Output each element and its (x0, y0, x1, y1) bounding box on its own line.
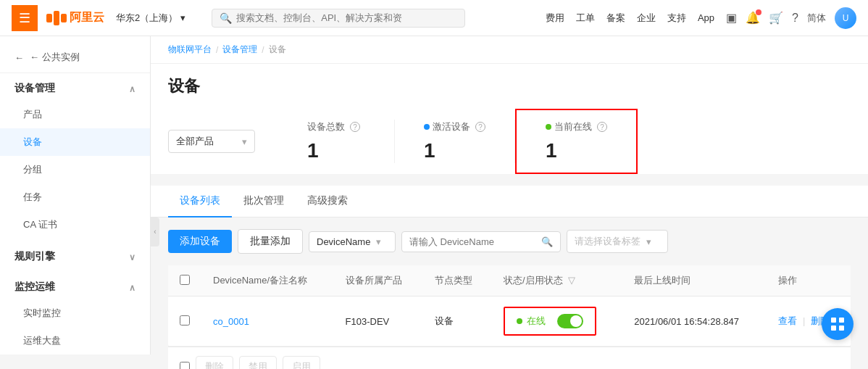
nav-beian[interactable]: 备案 (606, 12, 625, 25)
status-green-dot (517, 318, 522, 324)
bell-icon[interactable]: 🔔 (746, 11, 760, 25)
sidebar-item-product[interactable]: 产品 (0, 101, 150, 128)
enable-toggle[interactable] (557, 314, 583, 328)
stat-active-value: 1 (424, 139, 435, 162)
tab-batch-mgmt[interactable]: 批次管理 (232, 186, 296, 217)
nav-workorder[interactable]: 工单 (576, 12, 595, 25)
nav-enterprise[interactable]: 企业 (637, 12, 656, 25)
online-status: 在线 (517, 315, 546, 328)
product-filter[interactable]: 全部产品 ▾ (168, 130, 255, 153)
rule-engine-label: 规则引擎 (14, 250, 55, 263)
device-search-input[interactable] (409, 236, 535, 247)
region-selector[interactable]: 华东2（上海） ▾ (116, 12, 185, 25)
svg-rect-3 (831, 318, 836, 323)
monitor-ops-arrow (129, 281, 135, 293)
stat-online-help[interactable]: ? (597, 122, 607, 132)
batch-add-label: 批量添加 (250, 235, 291, 246)
header: ☰ 阿里云 华东2（上海） ▾ 🔍 费用 工单 备案 企业 支持 App ▣ 🔔… (0, 0, 868, 36)
stat-total-help[interactable]: ? (350, 122, 360, 132)
nav-fees[interactable]: 费用 (546, 12, 564, 25)
sidebar-group-device-mgmt[interactable]: 设备管理 (0, 73, 150, 101)
col-product: 设备所属产品 (334, 265, 424, 297)
sidebar-item-label: 运维大盘 (23, 334, 61, 347)
main-content: 物联网平台 / 设备管理 / 设备 设备 全部产品 ▾ 设备总 (151, 36, 868, 369)
batch-delete-button[interactable]: 删除 (196, 356, 233, 369)
device-table: DeviceName/备注名称 设备所属产品 节点类型 状态/启用状态 ▽ (168, 265, 851, 347)
col-device-name: DeviceName/备注名称 (201, 265, 334, 297)
col-last-online: 最后上线时间 (622, 265, 767, 297)
select-all-checkbox[interactable] (180, 275, 190, 285)
view-action-link[interactable]: 查看 (778, 315, 797, 326)
tab-device-list[interactable]: 设备列表 (168, 186, 232, 217)
avatar[interactable]: U (835, 7, 856, 29)
stat-total-label: 设备总数 ? (307, 120, 360, 133)
content-area: 添加设备 批量添加 DeviceName ▾ 🔍 请选择设备标签 ▾ (151, 217, 868, 369)
lang-switch[interactable]: 简体 (807, 12, 826, 25)
batch-enable-button[interactable]: 启用 (283, 356, 320, 369)
batch-disable-button[interactable]: 禁用 (239, 356, 277, 369)
menu-button[interactable]: ☰ (12, 5, 38, 31)
question-icon[interactable]: ? (792, 12, 798, 25)
back-arrow-icon: ← (14, 52, 24, 63)
svg-rect-6 (839, 326, 844, 331)
sidebar-item-task[interactable]: 任务 (0, 183, 150, 211)
page-title: 设备 (168, 75, 851, 97)
monitor-ops-label: 监控运维 (14, 281, 55, 294)
sidebar-wrapper: ← ← 公共实例 设备管理 产品 设备 分组 任务 CA 证书 (0, 36, 151, 369)
logo-text: 阿里云 (70, 10, 104, 25)
sidebar-back-link[interactable]: ← ← 公共实例 (0, 42, 150, 73)
action-separator: | (803, 315, 805, 326)
tabs-bar: 设备列表 批次管理 高级搜索 (151, 186, 868, 217)
region-label: 华东2（上海） (116, 12, 178, 25)
cart-icon[interactable]: 🛒 (769, 11, 783, 25)
sidebar-item-label: CA 证书 (23, 218, 57, 231)
stat-online-value: 1 (546, 139, 557, 162)
breadcrumb-iot-platform[interactable]: 物联网平台 (168, 43, 212, 56)
stat-active-devices: 激活设备 ? 1 (395, 109, 514, 174)
sidebar-item-ca-cert[interactable]: CA 证书 (0, 211, 150, 239)
sidebar-item-group[interactable]: 分组 (0, 156, 150, 183)
sidebar-group-monitor[interactable]: 监控运维 (0, 272, 150, 299)
search-magnifier-icon[interactable]: 🔍 (541, 236, 553, 247)
device-mgmt-label: 设备管理 (14, 82, 55, 95)
float-action-button[interactable] (822, 308, 854, 340)
status-highlighted-box: 在线 (504, 307, 596, 336)
sidebar-collapse-handle[interactable]: ‹ (151, 217, 159, 246)
row-status-cell: 在线 (492, 297, 622, 347)
sidebar-item-realtime-monitor[interactable]: 实时监控 (0, 299, 150, 327)
svg-rect-4 (839, 318, 844, 323)
search-input[interactable] (236, 12, 457, 23)
sidebar-item-ops-dashboard[interactable]: 运维大盘 (0, 327, 150, 355)
filter-arrow-icon: ▾ (242, 136, 247, 147)
breadcrumb-sep2: / (262, 45, 264, 55)
search-icon: 🔍 (220, 12, 232, 24)
monitor-icon[interactable]: ▣ (726, 11, 737, 25)
stat-active-label: 激活设备 ? (424, 120, 485, 133)
add-device-button[interactable]: 添加设备 (168, 230, 232, 253)
nav-support[interactable]: 支持 (667, 12, 686, 25)
nav-app[interactable]: App (698, 12, 714, 23)
breadcrumb: 物联网平台 / 设备管理 / 设备 (151, 36, 868, 64)
stat-total-devices: 设备总数 ? 1 (278, 109, 394, 174)
sidebar-item-device[interactable]: 设备 (0, 128, 150, 156)
global-search[interactable]: 🔍 (212, 9, 465, 28)
tag-placeholder: 请选择设备标签 (575, 235, 640, 248)
sidebar-group-rule-engine[interactable]: 规则引擎 (0, 241, 150, 269)
tag-selector[interactable]: 请选择设备标签 ▾ (567, 230, 668, 253)
status-filter-icon[interactable]: ▽ (568, 275, 575, 286)
search-field-selector[interactable]: DeviceName ▾ (309, 231, 396, 252)
batch-add-button[interactable]: 批量添加 (238, 229, 303, 254)
svg-rect-1 (54, 11, 59, 25)
device-name-link[interactable]: co_0001 (213, 316, 249, 327)
bottom-select-checkbox[interactable] (180, 362, 190, 369)
svg-rect-5 (831, 326, 836, 331)
sidebar-item-label: 实时监控 (23, 307, 61, 320)
tab-advanced-search[interactable]: 高级搜索 (296, 186, 359, 217)
breadcrumb-device-mgmt[interactable]: 设备管理 (222, 43, 257, 56)
device-search-input-wrap[interactable]: 🔍 (401, 231, 561, 252)
row-checkbox[interactable] (180, 315, 190, 326)
stat-active-help[interactable]: ? (475, 122, 485, 132)
status-text: 在线 (527, 315, 546, 328)
row-checkbox-cell (168, 297, 201, 347)
header-icons: ▣ 🔔 🛒 ? 简体 U (726, 7, 856, 29)
